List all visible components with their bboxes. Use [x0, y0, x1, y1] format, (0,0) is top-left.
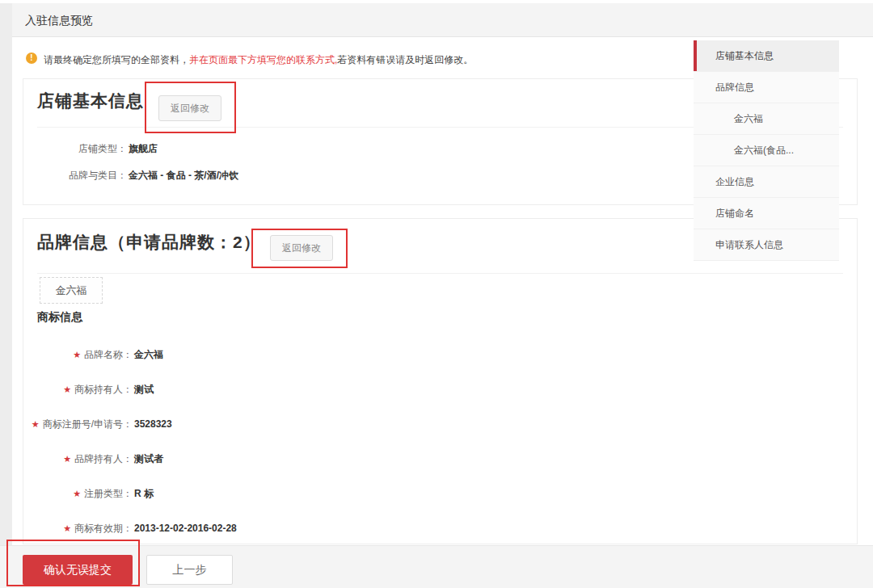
field-trademark-validity: ★商标有效期： 2013-12-02-2016-02-28 [23, 522, 237, 535]
required-star-icon: ★ [63, 454, 71, 464]
sidebar-item-brand-info[interactable]: 品牌信息 [694, 72, 839, 103]
field-trademark-holder: ★商标持有人： 测试 [23, 383, 154, 396]
previous-step-button[interactable]: 上一步 [146, 555, 233, 585]
page-left-margin [0, 3, 12, 545]
sidebar-item-jinliufu[interactable]: 金六福 [694, 103, 839, 135]
notice-text-highlight: 并在页面最下方填写您的联系方式, [189, 54, 337, 65]
field-brand-category: 品牌与类目： 金六福 - 食品 - 茶/酒/冲饮 [23, 169, 238, 182]
field-value: 金六福 [134, 348, 163, 361]
notice-text: 请最终确定您所填写的全部资料，并在页面最下方填写您的联系方式,若资料有错误请及时… [44, 53, 473, 67]
field-brand-name: ★品牌名称： 金六福 [23, 348, 163, 361]
shop-edit-button[interactable]: 返回修改 [158, 95, 221, 121]
required-star-icon: ★ [73, 489, 81, 498]
field-value: 测试者 [134, 452, 163, 465]
page-header: 入驻信息预览 [12, 3, 873, 37]
sidebar-item-jinliufu-food[interactable]: 金六福(食品... [694, 135, 839, 166]
section-brand-info: 品牌信息（申请品牌数：2） 金六福 商标信息 ★品牌名称： 金六福 ★商标持有人… [23, 218, 858, 544]
field-label: 品牌持有人： [74, 453, 133, 464]
field-label: 商标持有人： [74, 384, 133, 395]
notice-text-suffix: 若资料有错误请及时返回修改。 [337, 54, 473, 65]
field-value: R 标 [134, 487, 154, 500]
sidebar-item-company-info[interactable]: 企业信息 [694, 166, 839, 198]
sidebar-item-contact-info[interactable]: 申请联系人信息 [694, 229, 839, 261]
field-brand-holder: ★品牌持有人： 测试者 [23, 452, 163, 465]
divider [37, 273, 843, 274]
confirm-submit-button[interactable]: 确认无误提交 [23, 555, 133, 585]
warning-icon: ! [26, 52, 37, 64]
field-shop-type: 店铺类型： 旗舰店 [23, 142, 158, 155]
required-star-icon: ★ [73, 350, 81, 359]
notice-text-prefix: 请最终确定您所填写的全部资料， [44, 54, 189, 65]
brand-edit-button[interactable]: 返回修改 [270, 235, 333, 261]
trademark-info-subtitle: 商标信息 [37, 310, 82, 325]
field-value: 旗舰店 [129, 142, 158, 155]
field-registration-type: ★注册类型： R 标 [23, 487, 154, 500]
field-label: 品牌与类目： [23, 169, 127, 182]
field-label: 商标有效期： [74, 523, 133, 534]
field-value: 3528323 [134, 418, 172, 430]
brand-tab-jinliufu[interactable]: 金六福 [40, 277, 103, 304]
field-label: 商标注册号/申请号： [43, 418, 133, 430]
field-trademark-reg-number: ★商标注册号/申请号： 3528323 [23, 418, 172, 430]
required-star-icon: ★ [63, 384, 71, 394]
field-value: 金六福 - 食品 - 茶/酒/冲饮 [129, 169, 238, 182]
page-title: 入驻信息预览 [25, 3, 93, 37]
field-label: 注册类型： [84, 488, 133, 499]
section-shop-title: 店铺基本信息 [37, 90, 144, 112]
active-indicator-bar [694, 40, 697, 71]
required-star-icon: ★ [32, 419, 40, 429]
field-value: 2013-12-02-2016-02-28 [134, 522, 237, 535]
required-star-icon: ★ [63, 523, 71, 533]
section-brand-title: 品牌信息（申请品牌数：2） [37, 231, 261, 254]
field-label: 店铺类型： [23, 142, 127, 155]
field-label: 品牌名称： [84, 349, 133, 360]
field-value: 测试 [134, 383, 154, 396]
sidebar-item-shop-basic-info[interactable]: 店铺基本信息 [694, 40, 839, 72]
sidebar-item-shop-naming[interactable]: 店铺命名 [694, 198, 839, 229]
anchor-nav-sidebar: 店铺基本信息 品牌信息 金六福 金六福(食品... 企业信息 店铺命名 申请联系… [694, 40, 839, 261]
